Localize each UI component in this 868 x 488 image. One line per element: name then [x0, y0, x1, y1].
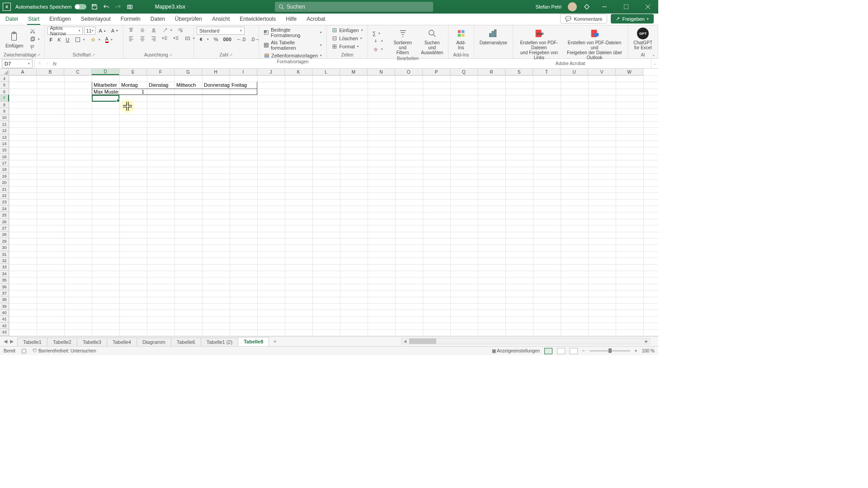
column-header[interactable]: Q [450, 69, 478, 75]
column-header[interactable]: B [37, 69, 64, 75]
column-header[interactable]: D [92, 69, 119, 75]
chatgpt-button[interactable]: GPT ChatGPT for Excel [631, 27, 655, 51]
insert-cells-button[interactable]: Einfügen [330, 27, 364, 34]
column-header[interactable]: R [478, 69, 505, 75]
align-right-button[interactable] [149, 35, 159, 42]
tab-ueberpruefen[interactable]: Überprüfen [174, 14, 203, 25]
row-header[interactable]: 41 [0, 316, 9, 322]
align-top-button[interactable] [126, 27, 136, 34]
column-header[interactable]: I [230, 69, 257, 75]
minimize-button[interactable] [597, 0, 612, 14]
ribbon-collapse-icon[interactable]: ⌄ [652, 52, 656, 57]
align-bottom-button[interactable] [149, 27, 159, 34]
tab-ansicht[interactable]: Ansicht [211, 14, 231, 25]
row-header[interactable]: 42 [0, 323, 9, 329]
fill-color-button[interactable] [88, 36, 102, 43]
sheet-tab[interactable]: Tabelle8 [238, 337, 269, 346]
row-header[interactable]: 15 [0, 147, 9, 153]
row-header[interactable]: 5 [0, 82, 9, 88]
font-name-select[interactable]: Aptos Narrow▾ [47, 27, 83, 35]
column-header[interactable]: U [561, 69, 588, 75]
column-header[interactable]: A [9, 69, 37, 75]
search-box[interactable]: Suchen [275, 2, 433, 12]
close-button[interactable] [640, 0, 656, 14]
orientation-button[interactable] [160, 27, 174, 34]
font-size-select[interactable]: 11▾ [84, 27, 95, 35]
number-format-select[interactable]: Standard▾ [197, 27, 245, 35]
column-header[interactable]: M [340, 69, 368, 75]
column-header[interactable]: V [588, 69, 616, 75]
row-headers[interactable]: 4567891011121314151617181920212223242526… [0, 75, 9, 336]
sheet-tab[interactable]: Tabelle1 [17, 338, 47, 346]
tab-hilfe[interactable]: Hilfe [285, 14, 297, 25]
row-header[interactable]: 35 [0, 277, 9, 283]
column-header[interactable]: L [312, 69, 340, 75]
cell[interactable]: Mitarbeiter [93, 82, 118, 88]
percent-button[interactable]: % [212, 36, 220, 42]
column-header[interactable]: H [202, 69, 230, 75]
column-header[interactable]: G [175, 69, 202, 75]
row-header[interactable]: 36 [0, 284, 9, 290]
find-select-button[interactable]: Suchen und Auswählen [419, 27, 445, 56]
cell-styles-button[interactable]: Zellenformatvorlagen [262, 52, 324, 59]
row-header[interactable]: 37 [0, 290, 9, 296]
sheet-tab[interactable]: Diagramm [137, 338, 171, 346]
column-header[interactable]: S [505, 69, 533, 75]
conditional-formatting-button[interactable]: Bedingte Formatierung [262, 27, 324, 38]
row-header[interactable]: 26 [0, 219, 9, 225]
autosave[interactable]: Automatisches Speichern [15, 4, 86, 9]
delete-cells-button[interactable]: Löschen [330, 35, 364, 42]
display-settings-button[interactable]: ▦ Anzeigeeinstellungen [492, 348, 540, 353]
tab-start[interactable]: Start [27, 14, 40, 25]
tab-daten[interactable]: Daten [150, 14, 166, 25]
format-as-table-button[interactable]: Als Tabelle formatieren [262, 39, 324, 51]
row-header[interactable]: 20 [0, 179, 9, 186]
bold-button[interactable]: F [47, 37, 54, 43]
underline-button[interactable]: U [64, 37, 71, 43]
autosave-toggle[interactable] [75, 4, 86, 9]
column-headers[interactable]: ABCDEFGHIJKLMNOPQRSTUVW [9, 69, 643, 75]
column-header[interactable]: C [64, 69, 92, 75]
save-icon[interactable] [91, 3, 98, 10]
row-header[interactable]: 29 [0, 238, 9, 244]
add-sheet-button[interactable]: + [269, 338, 281, 344]
zoom-in-button[interactable]: + [635, 348, 637, 353]
row-header[interactable]: 38 [0, 296, 9, 303]
view-pagelayout-button[interactable] [557, 348, 565, 354]
username[interactable]: Stefan Petri [536, 4, 561, 9]
row-header[interactable]: 11 [0, 121, 9, 127]
format-painter-button[interactable] [28, 44, 42, 51]
tab-entwicklertools[interactable]: Entwicklertools [239, 14, 277, 25]
indent-increase-button[interactable] [171, 35, 181, 42]
share-button[interactable]: ↗ Freigeben ▾ [611, 14, 654, 23]
row-header[interactable]: 22 [0, 192, 9, 199]
qat-more-icon[interactable]: ▾ [138, 3, 145, 10]
row-header[interactable]: 21 [0, 186, 9, 192]
row-header[interactable]: 14 [0, 141, 9, 147]
column-header[interactable]: E [119, 69, 147, 75]
comma-button[interactable]: 000 [222, 36, 233, 42]
cells-area[interactable]: Mitarbeiter Montag Dienstag Mittwoch Don… [9, 75, 658, 336]
cut-button[interactable] [28, 28, 42, 35]
camera-icon[interactable] [126, 3, 133, 10]
column-header[interactable]: T [533, 69, 561, 75]
sheet-tab[interactable]: Tabelle2 [47, 338, 77, 346]
row-header[interactable]: 23 [0, 199, 9, 205]
column-header[interactable]: W [616, 69, 643, 75]
align-middle-button[interactable] [137, 27, 147, 34]
cell[interactable]: Dienstag [148, 82, 169, 88]
accept-formula-icon[interactable]: ✓ [45, 61, 49, 66]
row-header[interactable]: 10 [0, 114, 9, 121]
cell[interactable]: 1 [119, 89, 145, 95]
currency-button[interactable]: € [197, 36, 211, 43]
zoom-level[interactable]: 100 % [642, 348, 655, 353]
sheet-tab[interactable]: Tabelle3 [77, 338, 107, 346]
name-box[interactable]: D7▾ [2, 59, 33, 68]
align-left-button[interactable] [126, 35, 136, 42]
row-header[interactable]: 24 [0, 206, 9, 212]
row-header[interactable]: 17 [0, 160, 9, 166]
sheet-grid[interactable]: ABCDEFGHIJKLMNOPQRSTUVW 4567891011121314… [0, 69, 658, 336]
tab-formeln[interactable]: Formeln [120, 14, 142, 25]
fill-button[interactable] [371, 38, 385, 45]
row-header[interactable]: 12 [0, 127, 9, 134]
